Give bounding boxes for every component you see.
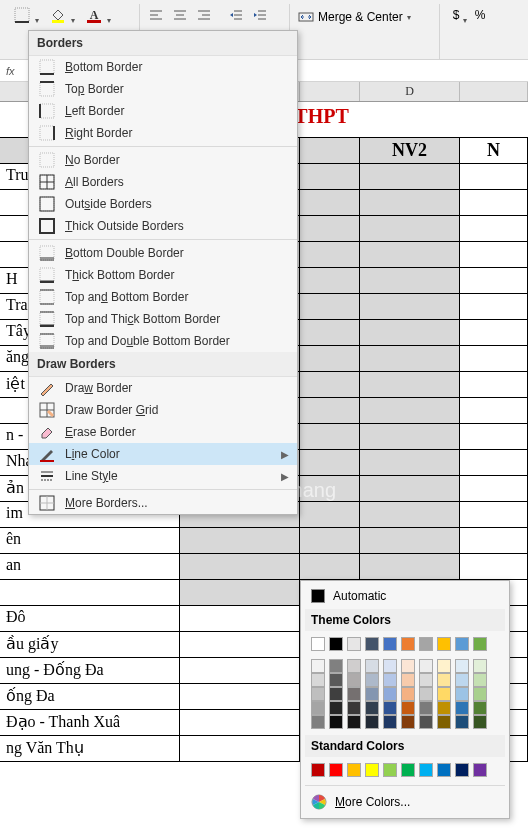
color-swatch[interactable] (383, 701, 397, 715)
color-swatch[interactable] (383, 763, 397, 777)
decrease-indent-button[interactable] (224, 4, 248, 26)
color-swatch[interactable] (473, 763, 487, 777)
color-swatch[interactable] (347, 715, 361, 729)
color-swatch[interactable] (347, 687, 361, 701)
color-swatch[interactable] (365, 659, 379, 673)
color-swatch[interactable] (437, 763, 451, 777)
more-colors[interactable]: More Colors... (305, 790, 505, 814)
color-swatch[interactable] (437, 659, 451, 673)
menu-item-bottom[interactable]: Bottom Border (29, 56, 297, 78)
color-swatch[interactable] (347, 673, 361, 687)
fill-color-button[interactable]: ▾ (40, 4, 76, 26)
color-swatch[interactable] (311, 715, 325, 729)
menu-item-draw[interactable]: Draw Border (29, 377, 297, 399)
color-swatch[interactable] (401, 715, 415, 729)
color-swatch[interactable] (347, 659, 361, 673)
percent-button[interactable]: % (468, 4, 492, 26)
color-swatch[interactable] (401, 659, 415, 673)
color-swatch[interactable] (401, 763, 415, 777)
color-swatch[interactable] (437, 715, 451, 729)
color-swatch[interactable] (329, 659, 343, 673)
color-swatch[interactable] (383, 687, 397, 701)
menu-item-all[interactable]: All Borders (29, 171, 297, 193)
color-swatch[interactable] (365, 763, 379, 777)
color-swatch[interactable] (473, 637, 487, 651)
menu-item-dblbot[interactable]: Bottom Double Border (29, 242, 297, 264)
menu-item-top[interactable]: Top Border (29, 78, 297, 100)
menu-item-none[interactable]: No Border (29, 149, 297, 171)
color-swatch[interactable] (473, 673, 487, 687)
color-swatch[interactable] (383, 715, 397, 729)
color-swatch[interactable] (329, 687, 343, 701)
color-swatch[interactable] (383, 637, 397, 651)
color-swatch[interactable] (311, 687, 325, 701)
color-swatch[interactable] (401, 673, 415, 687)
table-row[interactable]: ên (0, 528, 528, 554)
currency-button[interactable]: $▾ (444, 4, 468, 26)
color-swatch[interactable] (419, 659, 433, 673)
color-swatch[interactable] (419, 673, 433, 687)
table-row[interactable]: an (0, 554, 528, 580)
color-swatch[interactable] (365, 637, 379, 651)
color-swatch[interactable] (401, 687, 415, 701)
color-swatch[interactable] (365, 673, 379, 687)
menu-item-thickbot[interactable]: Thick Bottom Border (29, 264, 297, 286)
color-swatch[interactable] (383, 673, 397, 687)
menu-item-topthick[interactable]: Top and Thick Bottom Border (29, 308, 297, 330)
color-swatch[interactable] (455, 659, 469, 673)
font-color-button[interactable]: A ▾ (76, 4, 112, 26)
menu-item-topbot[interactable]: Top and Bottom Border (29, 286, 297, 308)
menu-item-thickout[interactable]: Thick Outside Borders (29, 215, 297, 237)
color-swatch[interactable] (347, 637, 361, 651)
color-swatch[interactable] (419, 637, 433, 651)
align-center-button[interactable] (168, 4, 192, 26)
color-swatch[interactable] (311, 637, 325, 651)
merge-center-button[interactable]: Merge & Center ▾ (294, 6, 415, 28)
color-swatch[interactable] (311, 659, 325, 673)
color-swatch[interactable] (311, 763, 325, 777)
color-swatch[interactable] (365, 701, 379, 715)
menu-item-more[interactable]: More Borders... (29, 492, 297, 514)
color-swatch[interactable] (419, 763, 433, 777)
menu-item-outside[interactable]: Outside Borders (29, 193, 297, 215)
color-swatch[interactable] (329, 637, 343, 651)
color-swatch[interactable] (437, 687, 451, 701)
color-swatch[interactable] (311, 701, 325, 715)
menu-item-erase[interactable]: Erase Border (29, 421, 297, 443)
color-swatch[interactable] (311, 673, 325, 687)
color-swatch[interactable] (401, 637, 415, 651)
color-swatch[interactable] (473, 701, 487, 715)
menu-item-right[interactable]: Right Border (29, 122, 297, 144)
color-swatch[interactable] (455, 687, 469, 701)
color-swatch[interactable] (419, 715, 433, 729)
color-swatch[interactable] (419, 701, 433, 715)
menu-item-style[interactable]: Line Style▶ (29, 465, 297, 487)
color-swatch[interactable] (437, 637, 451, 651)
color-swatch[interactable] (455, 763, 469, 777)
color-swatch[interactable] (329, 673, 343, 687)
color-swatch[interactable] (473, 715, 487, 729)
col-d-header[interactable]: D (360, 82, 460, 101)
menu-item-color[interactable]: Line Color▶ (29, 443, 297, 465)
menu-item-grid[interactable]: Draw Border Grid (29, 399, 297, 421)
color-swatch[interactable] (383, 659, 397, 673)
color-swatch[interactable] (437, 673, 451, 687)
color-swatch[interactable] (455, 637, 469, 651)
color-swatch[interactable] (455, 715, 469, 729)
color-swatch[interactable] (329, 763, 343, 777)
color-swatch[interactable] (419, 687, 433, 701)
color-swatch[interactable] (473, 659, 487, 673)
menu-item-left[interactable]: Left Border (29, 100, 297, 122)
align-left-button[interactable] (144, 4, 168, 26)
color-swatch[interactable] (329, 701, 343, 715)
color-swatch[interactable] (347, 763, 361, 777)
color-swatch[interactable] (455, 673, 469, 687)
color-swatch[interactable] (347, 701, 361, 715)
color-swatch[interactable] (365, 715, 379, 729)
automatic-color[interactable]: Automatic (305, 585, 505, 607)
increase-indent-button[interactable] (248, 4, 272, 26)
color-swatch[interactable] (437, 701, 451, 715)
color-swatch[interactable] (365, 687, 379, 701)
color-swatch[interactable] (473, 687, 487, 701)
color-swatch[interactable] (455, 701, 469, 715)
